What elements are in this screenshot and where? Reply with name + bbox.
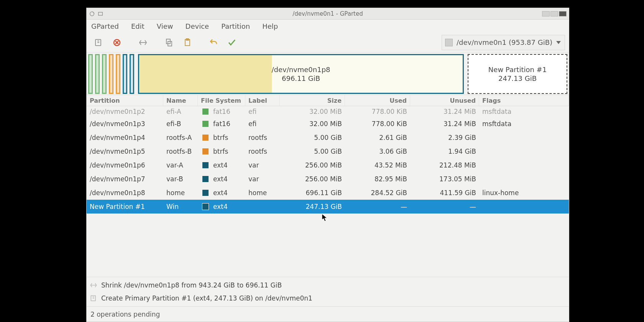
col-flags[interactable]: Flags — [479, 95, 569, 106]
filesystem-swatch — [202, 176, 209, 182]
diagram-main-name: /dev/nvme0n1p8 — [271, 66, 330, 74]
pending-operation[interactable]: Shrink /dev/nvme0n1p8 from 943.24 GiB to… — [90, 279, 567, 292]
menu-partition[interactable]: Partition — [220, 21, 251, 32]
table-row[interactable]: /dev/nvme0n1p5rootfs-Bbtrfsrootfs5.00 Gi… — [87, 145, 569, 158]
titlebar[interactable]: /dev/nvme0n1 - GParted — [87, 8, 569, 20]
diagram-new-size: 247.13 GiB — [498, 74, 537, 82]
app-icon — [89, 11, 95, 17]
paste-button[interactable] — [179, 35, 196, 50]
menu-edit[interactable]: Edit — [130, 21, 145, 32]
menubar: GPartedEditViewDevicePartitionHelp — [87, 20, 569, 33]
filesystem-swatch — [202, 121, 209, 127]
filesystem-swatch — [202, 204, 209, 210]
disk-diagram: /dev/nvme0n1p8 696.11 GiB New Partition … — [88, 54, 567, 94]
col-filesystem[interactable]: File System — [198, 95, 245, 106]
diagram-stripe[interactable] — [130, 54, 134, 94]
copy-button[interactable] — [161, 35, 177, 50]
diagram-stripe[interactable] — [95, 54, 100, 94]
filesystem-swatch — [202, 162, 209, 168]
status-text: 2 operations pending — [90, 310, 160, 318]
table-row[interactable]: /dev/nvme0n1p6var-Aext4var256.00 MiB43.5… — [87, 158, 569, 172]
close-button[interactable] — [559, 11, 567, 16]
col-unused[interactable]: Unused — [410, 95, 479, 106]
status-bar: 2 operations pending — [87, 306, 569, 322]
menu-view[interactable]: View — [156, 21, 174, 32]
apply-button[interactable] — [224, 35, 240, 50]
diagram-new-name: New Partition #1 — [488, 66, 547, 74]
diagram-stripe[interactable] — [123, 54, 127, 94]
diagram-stripe[interactable] — [109, 54, 113, 94]
diagram-main-size: 696.11 GiB — [282, 74, 320, 82]
pending-operation[interactable]: Create Primary Partition #1 (ext4, 247.1… — [90, 292, 567, 305]
chevron-down-icon — [556, 41, 561, 44]
undo-button[interactable] — [205, 35, 222, 50]
pending-operations: Shrink /dev/nvme0n1p8 from 943.24 GiB to… — [87, 277, 569, 306]
toolbar: /dev/nvme0n1 (953.87 GiB) — [87, 33, 569, 53]
window-title: /dev/nvme0n1 - GParted — [87, 10, 569, 17]
col-label[interactable]: Label — [245, 95, 280, 106]
table-row[interactable]: /dev/nvme0n1p7var-Bext4var256.00 MiB82.9… — [87, 172, 569, 186]
window-icon — [97, 11, 104, 17]
col-partition[interactable]: Partition — [87, 95, 163, 106]
filesystem-swatch — [202, 135, 209, 141]
menu-device[interactable]: Device — [185, 21, 210, 32]
svg-rect-1 — [99, 12, 103, 15]
menu-help[interactable]: Help — [261, 21, 279, 32]
app-window: /dev/nvme0n1 - GParted GPartedEditViewDe… — [86, 8, 569, 322]
filesystem-swatch — [202, 190, 209, 196]
diagram-partition-home[interactable]: /dev/nvme0n1p8 696.11 GiB — [138, 54, 464, 94]
diagram-stripe[interactable] — [116, 54, 120, 94]
table-row[interactable]: New Partition #1Winext4247.13 GiB—— — [87, 200, 569, 214]
new-partition-button[interactable] — [90, 35, 107, 50]
operation-text: Shrink /dev/nvme0n1p8 from 943.24 GiB to… — [101, 281, 282, 289]
col-used[interactable]: Used — [345, 95, 410, 106]
table-row[interactable]: /dev/nvme0n1p8homeext4home696.11 GiB284.… — [87, 186, 569, 200]
new-icon — [90, 294, 97, 302]
maximize-button[interactable] — [550, 11, 558, 16]
harddisk-icon — [445, 39, 453, 46]
table-header[interactable]: Partition Name File System Label Size Us… — [87, 95, 569, 106]
table-row[interactable]: /dev/nvme0n1p3efi-Bfat16efi32.00 MiB778.… — [87, 117, 569, 131]
delete-partition-button[interactable] — [109, 35, 125, 50]
menu-gparted[interactable]: GParted — [90, 21, 120, 32]
diagram-stripe[interactable] — [102, 54, 107, 94]
col-size[interactable]: Size — [280, 95, 345, 106]
partition-table: Partition Name File System Label Size Us… — [87, 95, 569, 277]
filesystem-swatch — [202, 148, 209, 154]
device-selector[interactable]: /dev/nvme0n1 (953.87 GiB) — [442, 35, 565, 50]
col-name[interactable]: Name — [163, 95, 198, 106]
diagram-partition-new[interactable]: New Partition #1 247.13 GiB — [468, 54, 567, 94]
diagram-stripe[interactable] — [88, 54, 93, 94]
resize-move-button[interactable] — [135, 35, 151, 50]
table-row[interactable]: /dev/nvme0n1p2efi-Afat16efi32.00 MiB778.… — [87, 106, 569, 117]
minimize-button[interactable] — [542, 11, 550, 16]
filesystem-swatch — [202, 108, 209, 115]
resize-icon — [90, 281, 97, 289]
table-row[interactable]: /dev/nvme0n1p4rootfs-Abtrfsrootfs5.00 Gi… — [87, 131, 569, 145]
device-selector-label: /dev/nvme0n1 (953.87 GiB) — [457, 38, 552, 46]
operation-text: Create Primary Partition #1 (ext4, 247.1… — [101, 294, 312, 302]
